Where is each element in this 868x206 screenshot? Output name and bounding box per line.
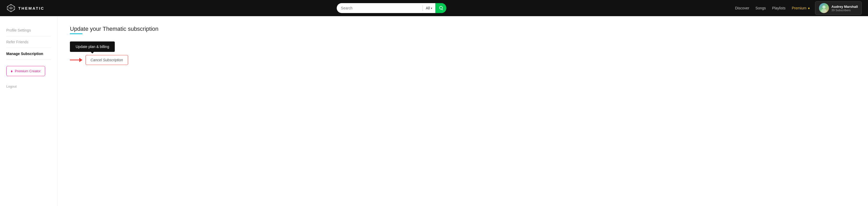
logo-area: THEMATIC <box>6 3 48 13</box>
avatar <box>819 3 829 13</box>
user-name: Audrey Marshall <box>832 5 858 9</box>
badge-diamond-icon: ♦ <box>11 69 13 73</box>
user-info: Audrey Marshall 39 Subscribers <box>832 5 858 12</box>
badge-label: Premium Creator <box>15 69 41 73</box>
action-row: Update plan & billing Cancel Subscriptio… <box>70 41 856 65</box>
search-filter-button[interactable]: All ▾ <box>423 6 436 10</box>
logout-link[interactable]: Logout <box>6 85 51 88</box>
user-profile-button[interactable]: Audrey Marshall 39 Subscribers <box>815 1 862 15</box>
nav-songs[interactable]: Songs <box>755 6 766 10</box>
logo-text: THEMATIC <box>18 6 44 10</box>
nav-links: Discover Songs Playlists Premium ♦ <box>735 6 810 10</box>
search-input[interactable] <box>337 6 422 10</box>
sidebar-item-refer-friends[interactable]: Refer Friends <box>6 36 51 48</box>
nav-premium[interactable]: Premium ♦ <box>792 6 810 10</box>
premium-label: Premium <box>792 6 806 10</box>
svg-point-6 <box>821 9 827 13</box>
cancel-row: Cancel Subscription <box>70 55 128 65</box>
sidebar-item-manage-subscription[interactable]: Manage Subscription <box>6 48 51 60</box>
chevron-down-icon: ▾ <box>431 7 432 10</box>
user-subscribers: 39 Subscribers <box>832 9 858 12</box>
nav-discover[interactable]: Discover <box>735 6 749 10</box>
diamond-icon: ♦ <box>808 6 810 10</box>
cancel-subscription-button[interactable]: Cancel Subscription <box>86 55 128 65</box>
filter-label: All <box>426 6 430 10</box>
sidebar-item-profile-settings[interactable]: Profile Settings <box>6 25 51 36</box>
nav-playlists[interactable]: Playlists <box>772 6 785 10</box>
search-icon <box>438 6 443 10</box>
svg-point-5 <box>823 5 826 9</box>
page-title: Update your Thematic subscription <box>70 26 856 32</box>
search-button[interactable] <box>435 3 446 13</box>
search-wrapper: All ▾ <box>337 3 446 13</box>
search-area: All ▾ <box>53 3 730 13</box>
update-plan-button[interactable]: Update plan & billing <box>70 41 115 52</box>
title-underline <box>70 33 83 34</box>
logo-icon <box>6 3 16 13</box>
main-content: Update your Thematic subscription Update… <box>57 16 868 206</box>
premium-creator-badge[interactable]: ♦ Premium Creator <box>6 66 45 76</box>
arrow-right-icon <box>70 56 83 64</box>
header: THEMATIC All ▾ Discover Songs Playlists … <box>0 0 868 16</box>
main-layout: Profile Settings Refer Friends Manage Su… <box>0 16 868 206</box>
sidebar: Profile Settings Refer Friends Manage Su… <box>0 16 57 206</box>
svg-marker-8 <box>79 58 83 62</box>
avatar-image <box>819 3 829 13</box>
